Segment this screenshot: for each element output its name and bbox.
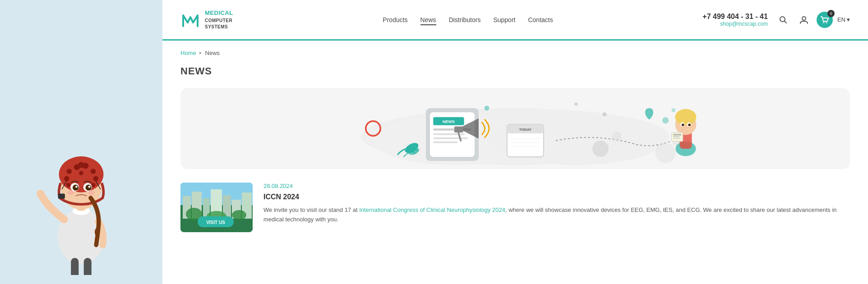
cart-icon [820, 15, 829, 24]
logo-icon [180, 10, 200, 30]
main-content: MEDICAL COMPUTERSYSTEMS Products News Di… [162, 0, 868, 284]
svg-rect-74 [673, 138, 680, 139]
email-link[interactable]: shop@mcscap.com [702, 21, 768, 27]
logo-brand: MEDICAL [205, 9, 233, 16]
breadcrumb-current: News [205, 50, 220, 56]
svg-point-24 [86, 185, 92, 191]
page-title: NEWS [180, 65, 850, 77]
nav-item-contacts: Contacts [528, 16, 553, 24]
svg-rect-50 [433, 137, 467, 139]
nav-link-contacts[interactable]: Contacts [528, 16, 553, 23]
site-header: MEDICAL COMPUTERSYSTEMS Products News Di… [162, 0, 868, 41]
svg-rect-29 [58, 194, 65, 199]
breadcrumb-home[interactable]: Home [180, 50, 196, 56]
banner-illustration: NEWS TODAY [180, 88, 850, 169]
nav-link-support[interactable]: Support [493, 16, 515, 23]
search-icon [779, 16, 787, 24]
svg-point-16 [66, 183, 71, 188]
svg-rect-52 [454, 127, 463, 133]
svg-rect-49 [433, 133, 465, 135]
svg-point-14 [67, 169, 72, 174]
nav-list: Products News Distributors Support Conta… [383, 16, 553, 24]
lang-label: EN [837, 16, 845, 23]
phone-number: +7 499 404 - 31 - 41 [702, 13, 768, 21]
svg-point-25 [75, 186, 78, 188]
svg-point-17 [78, 162, 84, 168]
svg-rect-3 [84, 258, 92, 275]
svg-point-70 [688, 124, 690, 126]
excerpt-link[interactable]: International Congress of Clinical Neuro… [359, 206, 505, 213]
nav-item-news: News [420, 16, 436, 24]
phone-block: +7 499 404 - 31 - 41 shop@mcscap.com [702, 13, 768, 27]
content-area: Home ► News NEWS [162, 41, 868, 284]
news-excerpt: We invite you to visit our stand 17 at I… [263, 206, 850, 224]
header-icons: 0 EN ▾ [775, 12, 850, 28]
svg-point-28 [88, 191, 95, 195]
svg-point-12 [93, 176, 98, 181]
svg-point-69 [682, 124, 684, 126]
thumbnail-image: VISIT US [180, 183, 253, 232]
news-banner: NEWS TODAY [180, 88, 850, 169]
nav-item-support: Support [493, 16, 515, 24]
svg-point-59 [592, 141, 609, 157]
logo-link[interactable]: MEDICAL COMPUTERSYSTEMS [180, 9, 233, 30]
svg-point-34 [826, 22, 827, 23]
svg-point-18 [79, 171, 83, 175]
main-nav: Products News Distributors Support Conta… [383, 16, 553, 24]
header-right: +7 499 404 - 31 - 41 shop@mcscap.com [702, 12, 850, 28]
svg-rect-51 [433, 142, 457, 143]
svg-point-23 [73, 185, 78, 191]
nav-item-products: Products [383, 16, 407, 24]
svg-point-39 [485, 106, 489, 111]
svg-point-66 [675, 109, 697, 125]
svg-point-60 [612, 132, 622, 142]
user-icon [799, 15, 808, 24]
mascot-svg [27, 104, 135, 275]
svg-point-43 [603, 112, 607, 116]
svg-point-32 [802, 17, 806, 20]
news-thumbnail: VISIT US [180, 183, 253, 232]
svg-point-40 [662, 117, 669, 124]
svg-point-11 [91, 169, 96, 174]
svg-text:VISIT US: VISIT US [206, 220, 225, 225]
svg-point-15 [64, 176, 69, 181]
lang-arrow-icon: ▾ [847, 16, 850, 23]
news-body: 28.08.2024 ICCN 2024 We invite you to vi… [263, 183, 850, 224]
left-decoration [0, 0, 162, 284]
news-list: VISIT US 28.08.2024 ICCN 2024 We invite … [180, 183, 850, 232]
nav-item-distributors: Distributors [449, 16, 481, 24]
breadcrumb-separator: ► [199, 51, 203, 55]
svg-line-31 [784, 21, 786, 23]
nav-link-products[interactable]: Products [383, 16, 407, 23]
svg-point-61 [656, 143, 676, 163]
svg-rect-72 [673, 134, 681, 136]
nav-link-distributors[interactable]: Distributors [449, 16, 481, 23]
language-selector[interactable]: EN ▾ [837, 16, 850, 23]
svg-text:TODAY: TODAY [519, 128, 532, 132]
nav-link-news[interactable]: News [420, 16, 436, 25]
news-date: 28.08.2024 [263, 183, 850, 189]
breadcrumb: Home ► News [180, 50, 850, 56]
user-button[interactable] [796, 12, 812, 28]
news-title: ICCN 2024 [263, 193, 850, 201]
search-button[interactable] [775, 12, 791, 28]
news-item: VISIT US 28.08.2024 ICCN 2024 We invite … [180, 183, 850, 232]
cart-button[interactable]: 0 [817, 12, 833, 28]
svg-point-27 [68, 191, 74, 195]
svg-rect-2 [71, 258, 78, 275]
svg-point-26 [88, 186, 91, 188]
svg-point-42 [574, 102, 577, 105]
page-wrapper: MEDICAL COMPUTERSYSTEMS Products News Di… [0, 0, 868, 284]
excerpt-before: We invite you to visit our stand 17 at [263, 206, 359, 213]
svg-point-41 [672, 108, 676, 112]
svg-rect-73 [673, 136, 679, 137]
logo-text: MEDICAL COMPUTERSYSTEMS [205, 9, 233, 30]
svg-point-33 [823, 22, 824, 23]
cart-count: 0 [827, 10, 835, 17]
svg-text:NEWS: NEWS [443, 119, 455, 124]
svg-point-88 [232, 210, 246, 220]
